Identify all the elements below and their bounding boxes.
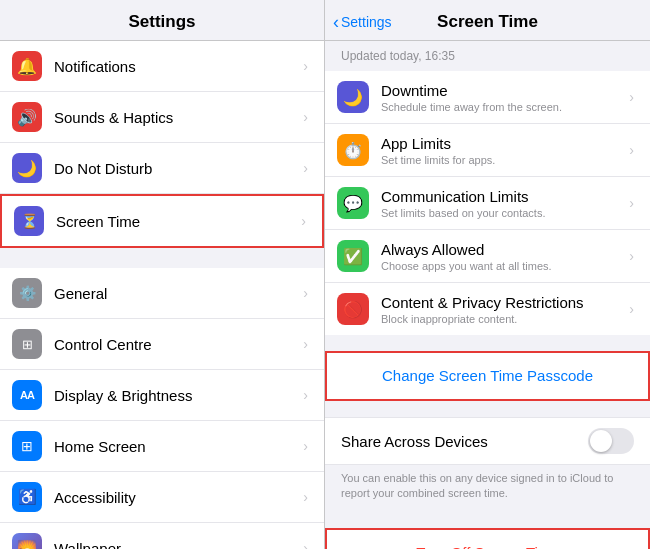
settings-title: Settings xyxy=(128,12,195,31)
applimits-chevron: › xyxy=(629,142,634,158)
right-item-commlimits[interactable]: 💬 Communication Limits Set limits based … xyxy=(325,177,650,230)
settings-item-accessibility[interactable]: ♿ Accessibility › xyxy=(0,472,324,523)
applimits-text: App Limits Set time limits for apps. xyxy=(381,135,629,166)
share-across-devices-cell[interactable]: Share Across Devices xyxy=(325,417,650,465)
controlcentre-chevron: › xyxy=(303,336,308,352)
general-label: General xyxy=(54,285,303,302)
separator-1 xyxy=(325,335,650,351)
dnd-label: Do Not Disturb xyxy=(54,160,303,177)
separator-2 xyxy=(325,401,650,417)
right-item-alwaysallowed[interactable]: ✅ Always Allowed Choose apps you want at… xyxy=(325,230,650,283)
right-item-downtime[interactable]: 🌙 Downtime Schedule time away from the s… xyxy=(325,71,650,124)
settings-item-sounds[interactable]: 🔊 Sounds & Haptics › xyxy=(0,92,324,143)
right-item-applimits[interactable]: ⏱️ App Limits Set time limits for apps. … xyxy=(325,124,650,177)
alwaysallowed-chevron: › xyxy=(629,248,634,264)
settings-item-homescreen[interactable]: ⊞ Home Screen › xyxy=(0,421,324,472)
share-desc: You can enable this on any device signed… xyxy=(325,465,650,512)
left-panel-header: Settings xyxy=(0,0,324,41)
back-chevron-icon: ‹ xyxy=(333,12,339,33)
general-chevron: › xyxy=(303,285,308,301)
downtime-title: Downtime xyxy=(381,82,629,99)
content-title: Content & Privacy Restrictions xyxy=(381,294,629,311)
toggle-knob xyxy=(590,430,612,452)
settings-item-screentime[interactable]: ⏳ Screen Time › xyxy=(0,194,324,248)
commlimits-chevron: › xyxy=(629,195,634,211)
screen-time-items: 🌙 Downtime Schedule time away from the s… xyxy=(325,71,650,335)
dnd-chevron: › xyxy=(303,160,308,176)
group-sep-1 xyxy=(0,248,324,268)
settings-list: 🔔 Notifications › 🔊 Sounds & Haptics › 🌙… xyxy=(0,41,324,549)
accessibility-label: Accessibility xyxy=(54,489,303,506)
applimits-subtitle: Set time limits for apps. xyxy=(381,154,629,166)
downtime-text: Downtime Schedule time away from the scr… xyxy=(381,82,629,113)
group1: 🔔 Notifications › 🔊 Sounds & Haptics › 🌙… xyxy=(0,41,324,248)
turn-off-cell[interactable]: Turn Off Screen Time xyxy=(325,528,650,549)
turn-off-label: Turn Off Screen Time xyxy=(416,544,559,549)
alwaysallowed-text: Always Allowed Choose apps you want at a… xyxy=(381,241,629,272)
left-panel: Settings 🔔 Notifications › 🔊 Sounds & Ha… xyxy=(0,0,325,549)
wallpaper-label: Wallpaper xyxy=(54,540,303,550)
updated-text: Updated today, 16:35 xyxy=(325,41,650,71)
settings-item-wallpaper[interactable]: 🌄 Wallpaper › xyxy=(0,523,324,549)
content-chevron: › xyxy=(629,301,634,317)
right-panel-header: ‹ Settings Screen Time xyxy=(325,0,650,41)
content-icon: 🚫 xyxy=(337,293,369,325)
screentime-icon: ⏳ xyxy=(14,206,44,236)
sounds-icon: 🔊 xyxy=(12,102,42,132)
commlimits-text: Communication Limits Set limits based on… xyxy=(381,188,629,219)
alwaysallowed-icon: ✅ xyxy=(337,240,369,272)
right-content: Updated today, 16:35 🌙 Downtime Schedule… xyxy=(325,41,650,549)
notifications-icon: 🔔 xyxy=(12,51,42,81)
content-text: Content & Privacy Restrictions Block ina… xyxy=(381,294,629,325)
wallpaper-chevron: › xyxy=(303,540,308,549)
applimits-icon: ⏱️ xyxy=(337,134,369,166)
homescreen-label: Home Screen xyxy=(54,438,303,455)
content-subtitle: Block inappropriate content. xyxy=(381,313,629,325)
settings-item-dnd[interactable]: 🌙 Do Not Disturb › xyxy=(0,143,324,194)
controlcentre-label: Control Centre xyxy=(54,336,303,353)
general-icon: ⚙️ xyxy=(12,278,42,308)
downtime-icon: 🌙 xyxy=(337,81,369,113)
back-button[interactable]: ‹ Settings xyxy=(333,12,392,33)
group2: ⚙️ General › ⊞ Control Centre › AA Displ… xyxy=(0,268,324,549)
applimits-title: App Limits xyxy=(381,135,629,152)
settings-item-notifications[interactable]: 🔔 Notifications › xyxy=(0,41,324,92)
accessibility-icon: ♿ xyxy=(12,482,42,512)
back-label: Settings xyxy=(341,14,392,30)
commlimits-title: Communication Limits xyxy=(381,188,629,205)
display-chevron: › xyxy=(303,387,308,403)
notifications-label: Notifications xyxy=(54,58,303,75)
settings-item-display[interactable]: AA Display & Brightness › xyxy=(0,370,324,421)
alwaysallowed-subtitle: Choose apps you want at all times. xyxy=(381,260,629,272)
display-label: Display & Brightness xyxy=(54,387,303,404)
downtime-subtitle: Schedule time away from the screen. xyxy=(381,101,629,113)
screentime-chevron: › xyxy=(301,213,306,229)
alwaysallowed-title: Always Allowed xyxy=(381,241,629,258)
commlimits-subtitle: Set limits based on your contacts. xyxy=(381,207,629,219)
screentime-label: Screen Time xyxy=(56,213,301,230)
accessibility-chevron: › xyxy=(303,489,308,505)
controlcentre-icon: ⊞ xyxy=(12,329,42,359)
homescreen-chevron: › xyxy=(303,438,308,454)
share-toggle[interactable] xyxy=(588,428,634,454)
separator-3 xyxy=(325,512,650,528)
right-item-content[interactable]: 🚫 Content & Privacy Restrictions Block i… xyxy=(325,283,650,335)
settings-item-general[interactable]: ⚙️ General › xyxy=(0,268,324,319)
sounds-label: Sounds & Haptics xyxy=(54,109,303,126)
right-panel: ‹ Settings Screen Time Updated today, 16… xyxy=(325,0,650,549)
display-icon: AA xyxy=(12,380,42,410)
change-passcode-cell[interactable]: Change Screen Time Passcode xyxy=(325,351,650,401)
notifications-chevron: › xyxy=(303,58,308,74)
commlimits-icon: 💬 xyxy=(337,187,369,219)
sounds-chevron: › xyxy=(303,109,308,125)
downtime-chevron: › xyxy=(629,89,634,105)
change-passcode-label: Change Screen Time Passcode xyxy=(382,367,593,384)
screen-time-title: Screen Time xyxy=(437,12,538,32)
settings-item-controlcentre[interactable]: ⊞ Control Centre › xyxy=(0,319,324,370)
wallpaper-icon: 🌄 xyxy=(12,533,42,549)
share-label: Share Across Devices xyxy=(341,433,488,450)
dnd-icon: 🌙 xyxy=(12,153,42,183)
homescreen-icon: ⊞ xyxy=(12,431,42,461)
